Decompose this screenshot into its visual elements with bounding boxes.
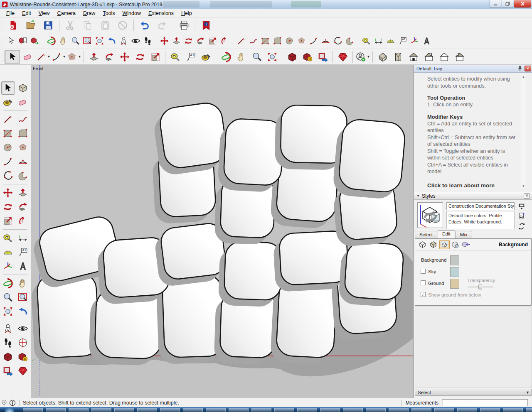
circle-button[interactable] xyxy=(283,34,296,48)
tape-measure-button[interactable] xyxy=(360,34,372,48)
rotate-button[interactable] xyxy=(182,34,195,48)
modeling-settings-tab[interactable] xyxy=(461,240,471,249)
taskbar-item[interactable] xyxy=(343,408,363,412)
arc-button[interactable] xyxy=(1,155,15,168)
position-camera-button[interactable] xyxy=(118,34,130,48)
rectangle-button[interactable] xyxy=(1,127,15,140)
slider-thumb[interactable] xyxy=(478,284,482,289)
user-button[interactable]: ▼ xyxy=(355,50,370,64)
new-button[interactable] xyxy=(5,18,22,32)
line-button[interactable] xyxy=(235,34,247,48)
move-button[interactable] xyxy=(1,186,15,199)
axes-button[interactable] xyxy=(409,34,421,48)
look-around-button[interactable] xyxy=(16,322,30,335)
menu-file[interactable]: File xyxy=(2,10,18,17)
scroll-up-icon[interactable]: ▲ xyxy=(521,74,526,80)
tape-measure-button[interactable] xyxy=(167,50,183,64)
scale-button[interactable] xyxy=(1,214,15,228)
restore-button[interactable] xyxy=(502,0,513,8)
three-point-arc-button[interactable] xyxy=(1,169,15,182)
tray-close-icon[interactable]: ✕ xyxy=(525,66,531,71)
style-name-field[interactable]: Construction Documentation Sty xyxy=(446,202,515,210)
extension-warehouse-button[interactable] xyxy=(335,50,350,64)
menu-edit[interactable]: Edit xyxy=(18,10,35,17)
3d-warehouse-button[interactable] xyxy=(284,50,300,64)
move-button[interactable] xyxy=(117,50,132,64)
select-collapsed-panel[interactable]: Select ▼ xyxy=(415,389,532,396)
offset-button[interactable] xyxy=(16,214,30,228)
share-model-button[interactable] xyxy=(300,50,315,64)
two-point-arc-button[interactable] xyxy=(16,155,30,168)
orbit-button[interactable] xyxy=(1,277,15,290)
copy-button[interactable] xyxy=(79,18,96,32)
styles-header[interactable]: ▼ Styles ✕ xyxy=(414,192,532,200)
taskbar-item[interactable] xyxy=(457,408,477,412)
protractor-button[interactable] xyxy=(1,245,15,259)
eraser-button[interactable] xyxy=(16,96,30,109)
menu-tools[interactable]: Tools xyxy=(99,10,118,17)
look-around-button[interactable] xyxy=(130,34,142,48)
measurements-input[interactable] xyxy=(442,399,528,406)
walk-button[interactable] xyxy=(142,34,154,48)
dropdown-caret-icon[interactable]: ▼ xyxy=(78,55,81,59)
taskbar-item[interactable] xyxy=(251,408,271,412)
pie-button[interactable] xyxy=(344,34,356,48)
text-button[interactable]: A1 xyxy=(183,50,198,64)
show-ground-checkbox[interactable]: ✓ xyxy=(421,292,426,297)
pan-button[interactable] xyxy=(234,50,249,64)
eraser-button[interactable] xyxy=(20,50,35,64)
rotated-rectangle-button[interactable] xyxy=(271,34,283,48)
polygon-button[interactable]: ▼ xyxy=(66,50,81,64)
ground-checkbox[interactable] xyxy=(421,280,426,285)
taskbar-item[interactable] xyxy=(480,408,500,412)
circle-button[interactable] xyxy=(1,141,15,154)
taskbar-item[interactable] xyxy=(411,408,431,412)
move-button[interactable] xyxy=(158,34,170,48)
menu-draw[interactable]: Draw xyxy=(79,10,99,17)
geolocation-icon[interactable] xyxy=(0,400,8,406)
stone[interactable] xyxy=(224,241,283,301)
extension-warehouse-button[interactable] xyxy=(16,364,30,378)
paint-button[interactable] xyxy=(1,96,15,109)
taskbar-item[interactable] xyxy=(526,408,532,412)
share-component-button[interactable] xyxy=(1,364,15,378)
rotated-rectangle-button[interactable] xyxy=(16,127,30,140)
push-pull-button[interactable] xyxy=(16,186,30,199)
scale-button[interactable] xyxy=(148,50,163,64)
watermark-settings-tab[interactable] xyxy=(450,240,461,249)
dropdown-caret-icon[interactable]: ▼ xyxy=(63,55,66,59)
component-options-button[interactable] xyxy=(17,34,29,48)
model-canvas[interactable] xyxy=(31,65,413,397)
stone[interactable] xyxy=(223,118,284,186)
instructor-learn-more-link[interactable]: Click to learn about more advanced opera… xyxy=(427,182,520,191)
rotate-button[interactable] xyxy=(1,200,15,213)
line-button[interactable] xyxy=(1,113,15,126)
stone[interactable] xyxy=(344,241,404,300)
view-front-button[interactable] xyxy=(406,50,421,64)
share-component-button[interactable] xyxy=(315,50,330,64)
polygon-button[interactable] xyxy=(296,34,308,48)
arc-button[interactable] xyxy=(308,34,320,48)
taskbar-item[interactable] xyxy=(114,408,134,412)
zoom-extents-button[interactable] xyxy=(1,305,15,318)
redo-button[interactable] xyxy=(153,18,171,32)
two-point-arc-button[interactable] xyxy=(320,34,332,48)
scroll-down-icon[interactable]: ▼ xyxy=(521,184,526,189)
taskbar-item[interactable] xyxy=(229,408,249,412)
follow-me-button[interactable] xyxy=(16,200,30,213)
menu-help[interactable]: Help xyxy=(177,10,196,17)
taskbar-item[interactable] xyxy=(137,408,157,412)
view-iso-button[interactable] xyxy=(375,50,390,64)
follow-me-button[interactable] xyxy=(195,34,207,48)
rotate-button[interactable] xyxy=(132,50,148,64)
taskbar-item[interactable] xyxy=(503,408,523,412)
minimize-button[interactable] xyxy=(490,0,501,8)
dimension-button[interactable] xyxy=(16,231,30,245)
face-settings-tab[interactable] xyxy=(429,240,439,249)
stone[interactable] xyxy=(338,118,406,193)
arc-button[interactable]: ▼ xyxy=(51,50,66,64)
pin-icon[interactable] xyxy=(517,66,523,71)
view-top-button[interactable] xyxy=(390,50,406,64)
taskbar-item[interactable] xyxy=(320,408,340,412)
undo-button[interactable] xyxy=(136,18,153,32)
